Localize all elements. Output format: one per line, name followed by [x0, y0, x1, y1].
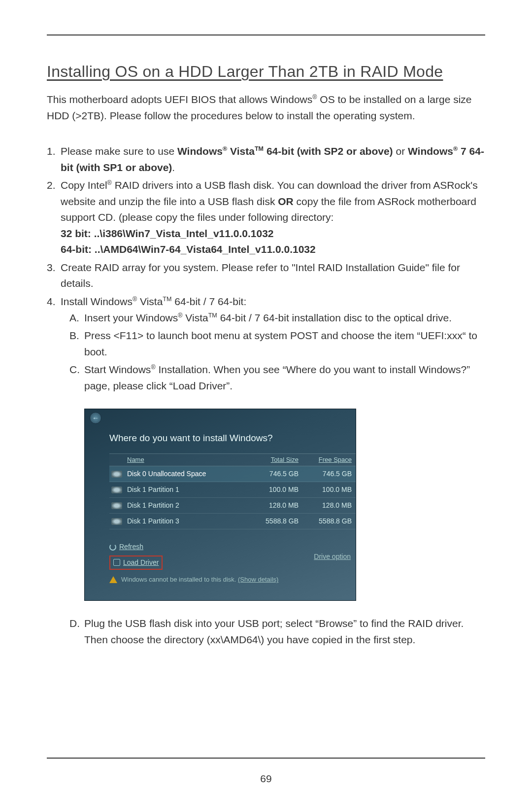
- marker-2: 2.: [47, 177, 61, 258]
- s4A-c: 64-bit / 7 64-bit installation disc to t…: [217, 312, 452, 323]
- warning-message: Windows cannot be installed to this disk…: [109, 575, 278, 585]
- refresh-label: Refresh: [119, 542, 143, 553]
- disk-icon: [111, 486, 122, 493]
- s4-c: 64-bit / 7 64-bit:: [172, 296, 247, 307]
- step-2: 2. Copy Intel® RAID drivers into a USB f…: [47, 177, 485, 258]
- disk-icon: [111, 518, 122, 525]
- disk-table: Name Total Size Free Space Disk 0 Unallo…: [109, 453, 356, 529]
- step-4: 4. Install Windows® VistaTM 64-bit / 7 6…: [47, 294, 485, 650]
- table-row[interactable]: Disk 1 Partition 3 5588.8 GB 5588.8 GB: [109, 514, 356, 529]
- s3: Create RAID array for you system. Please…: [61, 260, 485, 292]
- cell-size: 5588.8 GB: [257, 516, 306, 527]
- back-icon[interactable]: ←: [90, 412, 101, 424]
- step-3: 3. Create RAID array for you system. Ple…: [47, 260, 485, 292]
- intro-paragraph: This motherboard adopts UEFI BIOS that a…: [47, 92, 485, 124]
- page-title: Installing OS on a HDD Larger Than 2TB i…: [47, 63, 485, 81]
- s4-b: Vista: [137, 296, 163, 307]
- warn-text: Windows cannot be installed to this disk…: [121, 576, 238, 583]
- s1-f: Windows: [408, 145, 453, 157]
- s2-f: 64-bit: ..\AMD64\Win7-64_Vista64_Intel_v…: [61, 243, 316, 255]
- col-size: Total Size: [257, 455, 306, 465]
- load-driver-link[interactable]: Load Driver: [109, 555, 163, 570]
- s1-e: or: [396, 145, 408, 157]
- marker-4b: B.: [69, 328, 84, 360]
- cell-name: Disk 1 Partition 1: [124, 485, 257, 495]
- load-driver-icon: [113, 559, 120, 566]
- s1-h: .: [172, 162, 175, 173]
- cell-size: 746.5 GB: [257, 469, 306, 480]
- s2-e: 32 bit: ..\i386\Win7_Vista_Intel_v11.0.0…: [61, 228, 274, 239]
- show-details-link[interactable]: (Show details): [238, 576, 278, 583]
- s1-a: Please make sure to use: [61, 145, 177, 157]
- s4A-a: Insert your Windows: [84, 312, 178, 323]
- table-header: Name Total Size Free Space: [109, 453, 356, 466]
- tm-mark: TM: [208, 312, 217, 319]
- s4D: Plug the USB flash disk into your USB po…: [84, 616, 485, 648]
- table-row[interactable]: Disk 1 Partition 1 100.0 MB 100.0 MB: [109, 482, 356, 498]
- marker-4d: D.: [69, 616, 84, 648]
- marker-4c: C.: [69, 362, 84, 394]
- table-row[interactable]: Disk 1 Partition 2 128.0 MB 128.0 MB: [109, 498, 356, 514]
- s1-d: 64-bit (with SP2 or above): [264, 145, 396, 157]
- tm-mark: TM: [255, 145, 264, 152]
- reg-mark: ®: [133, 296, 137, 303]
- s4-a: Install Windows: [61, 296, 133, 307]
- reg-mark: ®: [312, 94, 317, 101]
- reg-mark: ®: [151, 364, 155, 371]
- drive-options-link[interactable]: Drive option: [314, 552, 351, 562]
- cell-free: 746.5 GB: [306, 469, 356, 480]
- tm-mark: TM: [163, 296, 171, 303]
- reg-mark: ®: [107, 179, 112, 186]
- marker-1: 1.: [47, 143, 61, 175]
- intro-text-a: This motherboard adopts UEFI BIOS that a…: [47, 94, 312, 105]
- cell-free: 128.0 MB: [306, 500, 356, 511]
- cell-name: Disk 0 Unallocated Space: [124, 469, 257, 480]
- cell-name: Disk 1 Partition 2: [124, 500, 257, 511]
- cell-size: 100.0 MB: [257, 485, 306, 495]
- s2-a: Copy Intel: [61, 179, 107, 191]
- s1-c: Vista: [227, 145, 255, 157]
- cell-name: Disk 1 Partition 3: [124, 516, 257, 527]
- step-4c: C. Start Windows® Installation. When you…: [69, 362, 485, 394]
- marker-4: 4.: [47, 294, 61, 650]
- marker-3: 3.: [47, 260, 61, 292]
- col-name: Name: [124, 455, 257, 465]
- step-4d: D. Plug the USB flash disk into your USB…: [69, 616, 485, 648]
- windows-installer-screenshot: ← Where do you want to install Windows? …: [84, 409, 356, 601]
- reg-mark: ®: [178, 312, 182, 319]
- page-number: 69: [47, 773, 485, 785]
- s4A-b: Vista: [183, 312, 208, 323]
- reg-mark: ®: [223, 145, 227, 152]
- s4C-a: Start Windows: [84, 364, 151, 375]
- s2-c: OR: [278, 196, 294, 207]
- disk-icon: [111, 502, 122, 509]
- refresh-link[interactable]: Refresh: [109, 542, 163, 553]
- installer-question: Where do you want to install Windows?: [109, 431, 273, 445]
- refresh-icon: [109, 544, 116, 551]
- cell-free: 100.0 MB: [306, 485, 356, 495]
- warning-icon: [109, 576, 117, 583]
- reg-mark: ®: [453, 145, 458, 152]
- s4B: Press <F11> to launch boot menu at syste…: [84, 328, 485, 360]
- step-1: 1. Please make sure to use Windows® Vist…: [47, 143, 485, 175]
- cell-free: 5588.8 GB: [306, 516, 356, 527]
- cell-size: 128.0 MB: [257, 500, 306, 511]
- step-4a: A. Insert your Windows® VistaTM 64-bit /…: [69, 310, 485, 326]
- disk-icon: [111, 471, 122, 478]
- s1-b: Windows: [177, 145, 223, 157]
- marker-4a: A.: [69, 310, 84, 326]
- load-driver-label: Load Driver: [123, 557, 159, 568]
- step-4b: B. Press <F11> to launch boot menu at sy…: [69, 328, 485, 360]
- table-row[interactable]: Disk 0 Unallocated Space 746.5 GB 746.5 …: [109, 466, 356, 482]
- col-free: Free Space: [306, 455, 356, 465]
